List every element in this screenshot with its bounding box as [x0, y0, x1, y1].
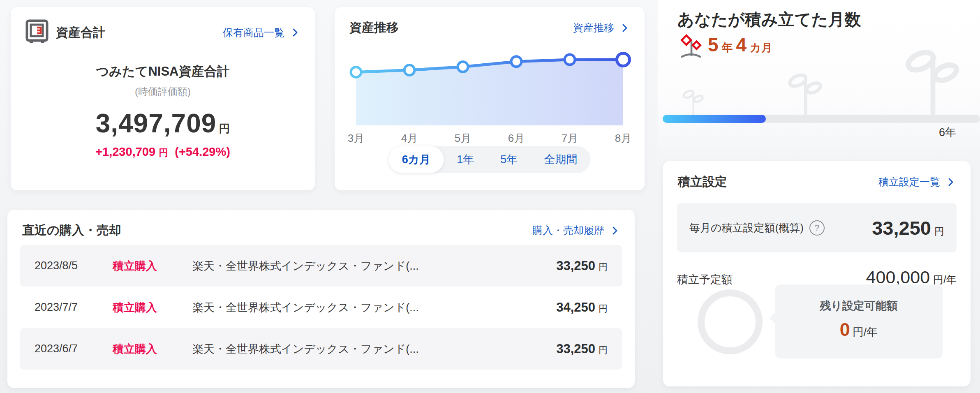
monthly-setting-label: 毎月の積立設定額(概算): [689, 221, 804, 235]
data-point: [404, 65, 415, 75]
history-card-title: 直近の購入・売却: [22, 222, 121, 239]
month-label: 3月: [348, 131, 364, 146]
months-value: 4: [736, 34, 747, 56]
assets-total-value: 3,497,709円: [11, 108, 315, 139]
accumulated-months-counter: 5 年 4 カ月: [708, 34, 772, 56]
transaction-amount: 33,250円: [556, 342, 608, 356]
history-card-header: 直近の購入・売却 購入・売却履歴: [7, 210, 635, 239]
planned-amount-unit: 円/年: [933, 274, 957, 285]
fund-name: 楽天・全世界株式インデックス・ファンド(...: [192, 300, 556, 315]
settings-list-link[interactable]: 積立設定一覧: [878, 175, 956, 189]
table-row[interactable]: 2023/8/5 積立購入 楽天・全世界株式インデックス・ファンド(... 33…: [20, 245, 622, 287]
assets-body: つみたてNISA資産合計 (時価評価額) 3,497,709円 +1,230,7…: [11, 63, 315, 159]
assets-subtitle-note: (時価評価額): [11, 85, 315, 98]
holdings-list-link[interactable]: 保有商品一覧: [223, 26, 300, 39]
monthly-setting-box: 毎月の積立設定額(概算) ? 33,250円: [677, 203, 957, 252]
transaction-amount-number: 34,250: [556, 300, 595, 314]
data-point: [458, 62, 468, 72]
sprout-decoration-small-icon: [678, 88, 709, 117]
fund-name: 楽天・全世界株式インデックス・ファンド(...: [192, 342, 556, 356]
transaction-amount: 33,250円: [556, 259, 608, 273]
data-point: [617, 53, 630, 66]
safe-icon: [25, 19, 49, 46]
remaining-amount-label: 残り設定可能額: [775, 298, 943, 313]
monthly-setting-unit: 円: [934, 226, 944, 237]
remaining-amount-number: 0: [840, 319, 850, 340]
savings-settings-card: 積立設定 積立設定一覧 毎月の積立設定額(概算) ? 33,250円 積立予定額…: [663, 161, 971, 386]
sprout-icon: [679, 33, 703, 60]
help-icon[interactable]: ?: [809, 220, 825, 236]
asset-trend-link[interactable]: 資産推移: [573, 21, 630, 35]
progress-fill: [663, 115, 766, 123]
month-label: 6月: [508, 131, 525, 146]
trend-chart: [347, 45, 632, 131]
transaction-date: 2023/8/5: [35, 259, 113, 272]
table-row[interactable]: 2023/6/7 積立購入 楽天・全世界株式インデックス・ファンド(... 33…: [20, 328, 622, 370]
remaining-amount-value: 0円/年: [775, 319, 943, 340]
transaction-date: 2023/6/7: [35, 342, 113, 355]
assets-gain-percent: (+54.29%): [175, 145, 230, 158]
accumulated-months-panel: あなたが積み立てた月数 5 年 4 カ月: [658, 0, 980, 161]
sprout-decoration-large-icon: [896, 44, 970, 117]
transaction-amount-number: 33,250: [556, 259, 595, 273]
assets-gain: +1,230,709 円 (+54.29%): [11, 145, 315, 159]
trend-card-title: 資産推移: [349, 19, 399, 36]
assets-gain-value: +1,230,709: [95, 145, 155, 158]
chevron-right-icon: [620, 23, 630, 33]
assets-card-title: 資産合計: [56, 24, 105, 41]
assets-total-number: 3,497,709: [96, 109, 217, 138]
data-point: [565, 55, 575, 65]
asset-trend-card: 資産推移 資産推移 3月4月5月6月7月8月 6カ月 1年 5年: [335, 7, 645, 190]
chevron-right-icon: [610, 226, 620, 236]
month-label: 5月: [455, 131, 471, 146]
settings-card-header: 積立設定 積立設定一覧: [663, 161, 971, 190]
years-unit: 年: [722, 40, 733, 55]
settings-list-link-label: 積立設定一覧: [878, 175, 940, 189]
remaining-amount-unit: 円/年: [853, 326, 878, 338]
month-label: 8月: [615, 131, 631, 146]
transaction-history-link-label: 購入・売却履歴: [532, 224, 604, 237]
transaction-amount: 34,250円: [556, 300, 608, 315]
transaction-type: 積立購入: [113, 259, 174, 273]
data-point: [351, 67, 361, 77]
years-value: 5: [708, 34, 719, 56]
tab-5years[interactable]: 5年: [487, 146, 531, 173]
transaction-amount-unit: 円: [599, 303, 608, 314]
monthly-setting-value: 33,250円: [872, 217, 944, 239]
transaction-amount-unit: 円: [599, 262, 608, 272]
remaining-amount-bubble: 残り設定可能額 0円/年: [775, 284, 943, 358]
chevron-right-icon: [290, 28, 300, 37]
assets-summary-card: 資産合計 保有商品一覧 つみたてNISA資産合計 (時価評価額) 3,497,7…: [11, 7, 315, 190]
fund-name: 楽天・全世界株式インデックス・ファンド(...: [192, 259, 556, 273]
monthly-setting-label-group: 毎月の積立設定額(概算) ?: [689, 220, 825, 236]
assets-subtitle: つみたてNISA資産合計: [11, 63, 315, 80]
data-point: [511, 56, 522, 67]
tab-6months[interactable]: 6カ月: [389, 146, 444, 173]
transaction-history-link[interactable]: 購入・売却履歴: [532, 224, 620, 237]
chart-x-axis-labels: 3月4月5月6月7月8月: [347, 131, 632, 145]
transaction-amount-unit: 円: [599, 345, 608, 355]
transaction-rows: 2023/8/5 積立購入 楽天・全世界株式インデックス・ファンド(... 33…: [20, 245, 622, 370]
chevron-right-icon: [946, 177, 956, 187]
month-label: 4月: [401, 131, 418, 146]
accumulation-progress-track: [663, 115, 980, 123]
planned-amount-label: 積立予定額: [677, 272, 733, 287]
tab-1year[interactable]: 1年: [444, 146, 487, 173]
settings-card-title: 積立設定: [678, 173, 727, 190]
asset-trend-link-label: 資産推移: [573, 21, 614, 35]
transaction-type: 積立購入: [113, 300, 174, 315]
monthly-setting-number: 33,250: [872, 217, 931, 239]
months-unit: カ月: [750, 40, 772, 55]
trend-card-header: 資産推移 資産推移: [335, 7, 645, 36]
month-label: 7月: [562, 131, 578, 146]
table-row[interactable]: 2023/7/7 積立購入 楽天・全世界株式インデックス・ファンド(... 34…: [20, 287, 622, 328]
assets-gain-unit: 円: [159, 147, 168, 158]
tab-all-period[interactable]: 全期間: [531, 146, 590, 173]
recent-transactions-card: 直近の購入・売却 購入・売却履歴 2023/8/5 積立購入 楽天・全世界株式イ…: [7, 210, 635, 388]
transaction-amount-number: 33,250: [556, 342, 595, 356]
planned-amount-number: 400,000: [866, 267, 930, 287]
assets-total-unit: 円: [219, 123, 230, 135]
assets-card-title-group: 資産合計: [25, 19, 105, 46]
trend-range-tabs: 6カ月 1年 5年 全期間: [389, 146, 591, 173]
sprout-decoration-medium-icon: [781, 70, 830, 117]
